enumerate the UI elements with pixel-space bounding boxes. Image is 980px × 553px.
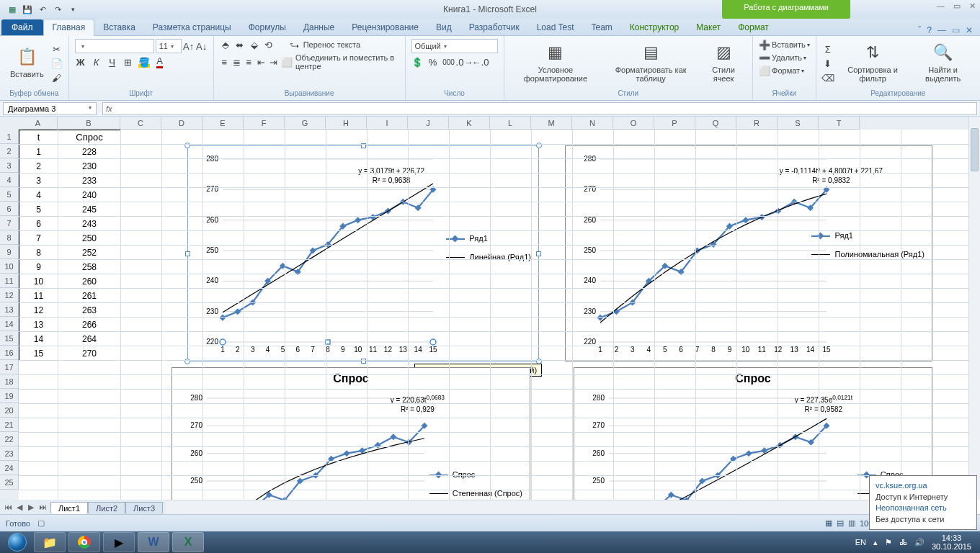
cell-styles-button[interactable]: ▨Стили ячеек [700, 41, 747, 86]
tab-insert[interactable]: Вставка [94, 19, 144, 35]
row-header[interactable]: 5 [0, 187, 19, 202]
increase-font-icon[interactable]: A↑ [183, 40, 195, 52]
fill-icon[interactable]: ⬇ [822, 58, 834, 69]
find-select-button[interactable]: 🔍Найти и выделить [912, 41, 974, 86]
merge-icon[interactable]: ⬜ [281, 56, 293, 68]
format-as-table-button[interactable]: ▤Форматировать как таблицу [604, 41, 698, 86]
row-header[interactable]: 25 [0, 475, 19, 490]
row-header[interactable]: 10 [0, 259, 19, 274]
row-header[interactable]: 14 [0, 317, 19, 331]
tab-formulas[interactable]: Формулы [240, 19, 295, 35]
redo-icon[interactable]: ↷ [51, 3, 64, 16]
tray-flag-icon[interactable]: ⚑ [885, 538, 892, 547]
undo-icon[interactable]: ↶ [36, 3, 49, 16]
underline-button[interactable]: Ч [107, 56, 118, 68]
sheet-tab-active[interactable]: Лист1 [50, 502, 88, 514]
taskbar-word[interactable]: W [138, 532, 169, 552]
view-page-layout-icon[interactable]: ▤ [837, 518, 844, 528]
font-name-combo[interactable]: ▾ [75, 39, 154, 53]
tray-clock[interactable]: 14:3330.10.2015 [932, 534, 971, 551]
row-header[interactable]: 12 [0, 288, 19, 302]
worksheet-grid[interactable]: ABCDEFGHIJKLMNOPQRST 1234567891011121314… [0, 117, 980, 500]
minimize-ribbon-icon[interactable]: ˇ [918, 25, 921, 35]
tab-chart-format[interactable]: Формат [729, 19, 778, 35]
copy-icon[interactable]: 📄 [51, 58, 63, 69]
inc-decimal-icon[interactable]: .0→ [459, 56, 471, 68]
save-icon[interactable]: 💾 [21, 3, 34, 16]
row-header[interactable]: 13 [0, 302, 19, 317]
bold-button[interactable]: Ж [75, 56, 86, 68]
tab-view[interactable]: Вид [427, 19, 460, 35]
format-cells-button[interactable]: ⬜Формат ▾ [759, 65, 804, 76]
row-header[interactable]: 20 [0, 403, 19, 418]
minimize-icon[interactable]: — [937, 1, 945, 11]
column-header[interactable]: T [819, 117, 860, 130]
column-header[interactable]: L [490, 117, 531, 130]
sheet-tab-3[interactable]: Лист3 [125, 502, 163, 514]
taskbar-excel[interactable]: X [172, 532, 204, 552]
column-header[interactable]: Q [695, 117, 736, 130]
cells-area[interactable]: tСпрос1228223032334240524562437250825292… [19, 130, 968, 500]
sheet-tab-2[interactable]: Лист2 [88, 502, 125, 514]
close-icon[interactable]: ✕ [969, 1, 976, 11]
decrease-font-icon[interactable]: A↓ [196, 40, 208, 52]
help-icon[interactable]: ? [927, 25, 932, 35]
decrease-indent-icon[interactable]: ⇤ [257, 56, 266, 68]
row-header[interactable]: 4 [0, 173, 19, 187]
chart-linear-trend[interactable]: 2202302402502602702801234567891011121314… [187, 145, 539, 361]
column-header[interactable]: O [613, 117, 654, 130]
column-header[interactable]: E [202, 117, 244, 130]
row-header[interactable]: 2 [0, 144, 19, 158]
row-header[interactable]: 17 [0, 360, 19, 374]
vertical-scrollbar[interactable] [968, 117, 980, 500]
cut-icon[interactable]: ✂ [51, 43, 63, 55]
tab-developer[interactable]: Разработчик [460, 19, 528, 35]
row-header[interactable]: 8 [0, 230, 19, 245]
merge-center-label[interactable]: Объединить и поместить в центре [295, 53, 399, 71]
column-header[interactable]: A [19, 117, 58, 130]
border-icon[interactable]: ⊞ [122, 56, 134, 68]
column-header[interactable]: F [244, 117, 285, 130]
tray-network-icon[interactable]: 🖧 [899, 538, 907, 547]
chart-polynomial-trend[interactable]: 2202302402502602702801234567891011121314… [565, 145, 932, 361]
row-header[interactable]: 15 [0, 331, 19, 346]
row-header[interactable]: 3 [0, 158, 19, 173]
tab-team[interactable]: Team [582, 19, 620, 35]
column-header[interactable]: D [161, 117, 202, 130]
percent-icon[interactable]: % [427, 56, 439, 68]
column-header[interactable]: I [367, 117, 408, 130]
row-header[interactable]: 23 [0, 446, 19, 461]
chart-power-trend[interactable]: Спрос 2202302402502602702801234567891011… [172, 367, 530, 500]
column-header[interactable]: N [572, 117, 613, 130]
doc-close-icon[interactable]: ✕ [966, 25, 973, 35]
column-header[interactable]: M [531, 117, 572, 130]
row-header[interactable]: 22 [0, 432, 19, 446]
tab-review[interactable]: Рецензирование [343, 19, 427, 35]
insert-cells-button[interactable]: ➕Вставить ▾ [759, 39, 810, 50]
doc-restore-icon[interactable]: ▭ [952, 25, 960, 35]
align-center-icon[interactable]: ≣ [232, 56, 241, 68]
row-header[interactable]: 21 [0, 418, 19, 432]
wrap-text-label[interactable]: Перенос текста [303, 40, 361, 49]
row-header[interactable]: 9 [0, 245, 19, 259]
font-size-combo[interactable]: 11▾ [156, 39, 182, 53]
tab-loadtest[interactable]: Load Test [528, 19, 583, 35]
column-header[interactable]: B [58, 117, 120, 130]
horizontal-scrollbar[interactable] [166, 500, 968, 514]
column-header[interactable]: P [654, 117, 695, 130]
currency-icon[interactable]: 💲 [411, 56, 423, 68]
column-header[interactable]: H [326, 117, 367, 130]
view-page-break-icon[interactable]: ▥ [848, 518, 855, 528]
row-header[interactable]: 6 [0, 202, 19, 216]
maximize-icon[interactable]: ▭ [953, 1, 961, 11]
row-headers[interactable]: 1234567891011121314151617181920212223242… [0, 130, 19, 500]
font-color-icon[interactable]: A [154, 56, 166, 68]
row-header[interactable]: 7 [0, 216, 19, 230]
align-right-icon[interactable]: ≡ [244, 56, 254, 68]
conditional-formatting-button[interactable]: ▦Условное форматирование [510, 41, 602, 86]
column-headers[interactable]: ABCDEFGHIJKLMNOPQRST [0, 117, 968, 130]
align-top-icon[interactable]: ⬘ [220, 39, 231, 50]
column-header[interactable]: J [408, 117, 449, 130]
taskbar-media-player[interactable]: ▶ [103, 532, 135, 552]
row-header[interactable]: 11 [0, 274, 19, 288]
